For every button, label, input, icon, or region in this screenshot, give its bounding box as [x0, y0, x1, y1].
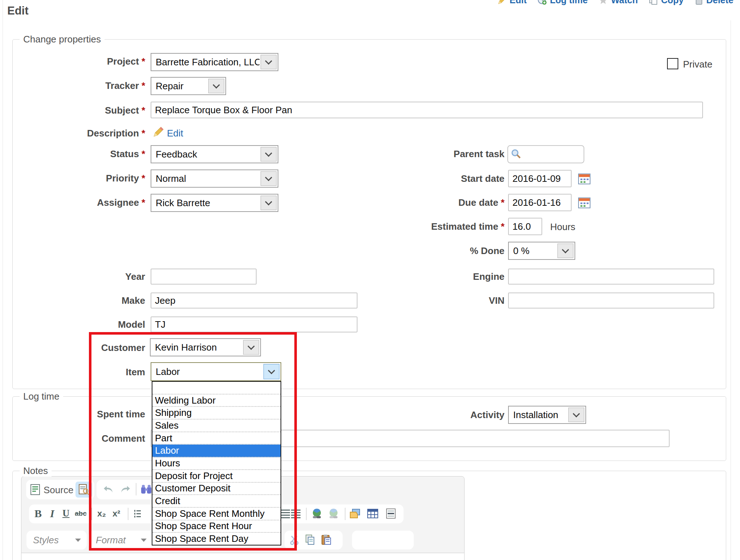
paste-button[interactable]	[321, 534, 331, 545]
chevron-down-icon	[568, 408, 584, 422]
insert-link-button[interactable]	[311, 508, 322, 519]
due-date-label: Due date*	[367, 197, 504, 208]
tracker-select[interactable]: Repair	[151, 77, 226, 95]
customer-select[interactable]: Kevin Harrison	[150, 338, 261, 356]
action-watch[interactable]: Watch	[598, 0, 638, 5]
justify-left-button[interactable]	[281, 510, 290, 518]
horizontal-rule-button[interactable]	[386, 508, 396, 519]
notes-legend: Notes	[20, 465, 52, 477]
item-option[interactable]	[152, 382, 281, 395]
year-input[interactable]	[151, 269, 257, 285]
item-label: Item	[7, 367, 145, 378]
item-option[interactable]: Credit	[152, 495, 281, 508]
undo-icon	[103, 485, 114, 494]
start-date-input[interactable]	[508, 170, 572, 187]
tracker-select-value: Repair	[151, 78, 207, 94]
item-option[interactable]: Part	[152, 432, 281, 445]
assignee-select[interactable]: Rick Barrette	[151, 194, 278, 212]
redo-icon	[120, 485, 131, 494]
action-edit[interactable]: Edit	[497, 0, 527, 5]
action-delete[interactable]: Delete	[695, 0, 733, 5]
description-edit-link[interactable]: Edit	[167, 128, 183, 139]
calendar-icon[interactable]	[578, 197, 590, 208]
superscript-button[interactable]: x²	[113, 508, 120, 519]
chevron-down-icon	[208, 79, 224, 93]
customer-label: Customer	[7, 342, 145, 353]
underline-button[interactable]: U	[62, 508, 70, 519]
table-icon	[367, 509, 378, 518]
redo-button[interactable]	[120, 485, 131, 494]
cut-button[interactable]	[290, 535, 300, 545]
item-option[interactable]: Welding Labor	[152, 395, 281, 407]
priority-select[interactable]: Normal	[151, 169, 278, 188]
insert-table-button[interactable]	[367, 509, 378, 518]
item-option[interactable]: Hours	[152, 457, 281, 470]
status-select[interactable]: Feedback	[151, 145, 278, 163]
subject-input[interactable]	[151, 102, 703, 118]
make-label: Make	[7, 295, 145, 306]
estimated-time-input[interactable]	[508, 218, 542, 235]
subscript-button[interactable]: x₂	[97, 508, 106, 519]
tracker-label: Tracker*	[7, 80, 145, 91]
trash-icon	[695, 0, 703, 5]
make-input[interactable]	[151, 293, 357, 308]
action-log-time-label: Log time	[550, 0, 588, 5]
calendar-icon[interactable]	[578, 173, 590, 184]
styles-dropdown-label: Styles	[33, 535, 59, 546]
copy-button[interactable]	[305, 534, 315, 545]
percent-done-select[interactable]: 0 %	[508, 242, 575, 260]
item-option[interactable]: Sales	[152, 420, 281, 432]
extra-toolbar-group	[352, 531, 414, 549]
strikethrough-button[interactable]: abc	[75, 510, 87, 518]
numbered-list-button[interactable]	[134, 510, 142, 518]
edit-description-pencil-icon	[152, 126, 164, 138]
justify-block-button[interactable]	[291, 510, 301, 518]
estimated-time-unit: Hours	[550, 221, 575, 233]
pencil-icon	[497, 0, 507, 5]
model-input[interactable]	[151, 316, 357, 332]
parent-task-label: Parent task	[367, 148, 504, 160]
item-option[interactable]: Shop Space Rent Hour	[152, 520, 281, 533]
undo-button[interactable]	[103, 485, 114, 494]
issue-edit-page: Edit Log time Watch Copy Delete Edit Cha…	[0, 0, 740, 560]
activity-select-value: Installation	[509, 406, 567, 423]
bold-button[interactable]: B	[34, 507, 42, 520]
item-option[interactable]: Shop Space Rent Day	[152, 533, 281, 545]
spent-time-label: Spent time	[7, 409, 145, 420]
action-edit-label: Edit	[510, 0, 527, 5]
remove-link-button[interactable]	[328, 508, 339, 519]
log-time-legend: Log time	[20, 391, 63, 402]
vin-input[interactable]	[508, 293, 714, 308]
engine-label: Engine	[367, 271, 504, 282]
item-option[interactable]: Shop Space Rent Monthly	[152, 508, 281, 520]
engine-input[interactable]	[508, 269, 714, 285]
project-label: Project*	[7, 56, 145, 67]
image-icon	[349, 508, 360, 519]
unlink-globe-icon	[328, 508, 339, 519]
action-log-time[interactable]: Log time	[537, 0, 588, 5]
paste-clipboard-icon	[321, 534, 331, 545]
item-option-selected[interactable]: Labor	[152, 445, 281, 457]
item-option[interactable]: Shipping	[152, 407, 281, 420]
copy-icon	[649, 0, 658, 5]
item-select[interactable]: Labor	[151, 362, 281, 381]
insert-image-button[interactable]	[349, 508, 360, 519]
action-copy[interactable]: Copy	[649, 0, 684, 5]
preview-document-icon	[79, 484, 89, 495]
activity-select[interactable]: Installation	[508, 406, 586, 424]
source-button[interactable]: Source	[44, 485, 73, 496]
preview-button[interactable]	[75, 482, 92, 498]
magnifier-icon	[511, 149, 521, 159]
item-option[interactable]: Customer Deposit	[152, 483, 281, 495]
notes-editor-content[interactable]	[21, 553, 464, 560]
private-checkbox[interactable]	[667, 58, 678, 69]
clock-plus-icon	[537, 0, 547, 5]
italic-button[interactable]: I	[50, 507, 54, 520]
styles-dropdown[interactable]: Styles	[26, 531, 87, 549]
item-option[interactable]: Deposit for Project	[152, 470, 281, 483]
find-button[interactable]	[141, 485, 152, 494]
due-date-input[interactable]	[508, 194, 572, 211]
item-select-value: Labor	[151, 363, 262, 380]
copy-pages-icon	[305, 534, 315, 545]
project-select[interactable]: Barrette Fabrication, LLC	[151, 53, 278, 71]
